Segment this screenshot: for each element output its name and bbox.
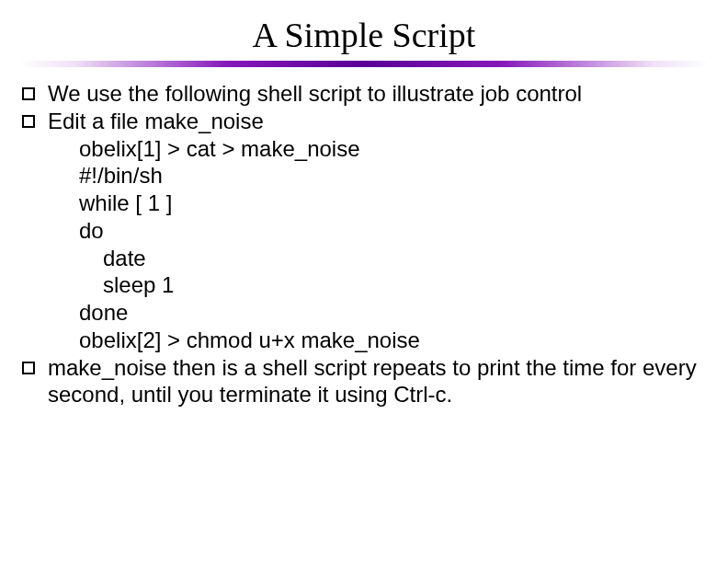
slide-title: A Simple Script bbox=[0, 0, 728, 61]
code-text: sleep 1 bbox=[48, 271, 702, 299]
bullet-square-icon bbox=[22, 362, 35, 374]
code-text: do bbox=[48, 217, 702, 245]
title-divider bbox=[19, 61, 709, 67]
code-line: date bbox=[22, 245, 702, 272]
bullet-item-1: We use the following shell script to ill… bbox=[22, 80, 702, 108]
code-text: #!/bin/sh bbox=[48, 162, 702, 190]
code-line: obelix[1] > cat > make_noise bbox=[22, 135, 702, 163]
code-line: done bbox=[22, 299, 702, 327]
bullet-text: Edit a file make_noise bbox=[48, 108, 702, 135]
bullet-item-2: Edit a file make_noise bbox=[22, 108, 702, 135]
code-text: obelix[1] > cat > make_noise bbox=[48, 135, 702, 163]
code-text: obelix[2] > chmod u+x make_noise bbox=[48, 327, 702, 354]
slide-content: We use the following shell script to ill… bbox=[0, 80, 728, 408]
code-text: while [ 1 ] bbox=[48, 190, 702, 217]
bullet-square-icon bbox=[22, 115, 35, 128]
bullet-item-3: make_noise then is a shell script repeat… bbox=[22, 354, 702, 409]
code-text: done bbox=[48, 299, 702, 327]
code-text: date bbox=[48, 245, 702, 272]
code-line: #!/bin/sh bbox=[22, 162, 702, 190]
code-line: do bbox=[22, 217, 702, 245]
bullet-text: We use the following shell script to ill… bbox=[48, 80, 702, 108]
code-line: sleep 1 bbox=[22, 271, 702, 299]
bullet-square-icon bbox=[22, 87, 35, 100]
code-line: while [ 1 ] bbox=[22, 190, 702, 217]
code-line: obelix[2] > chmod u+x make_noise bbox=[22, 327, 702, 354]
bullet-text: make_noise then is a shell script repeat… bbox=[48, 354, 702, 409]
